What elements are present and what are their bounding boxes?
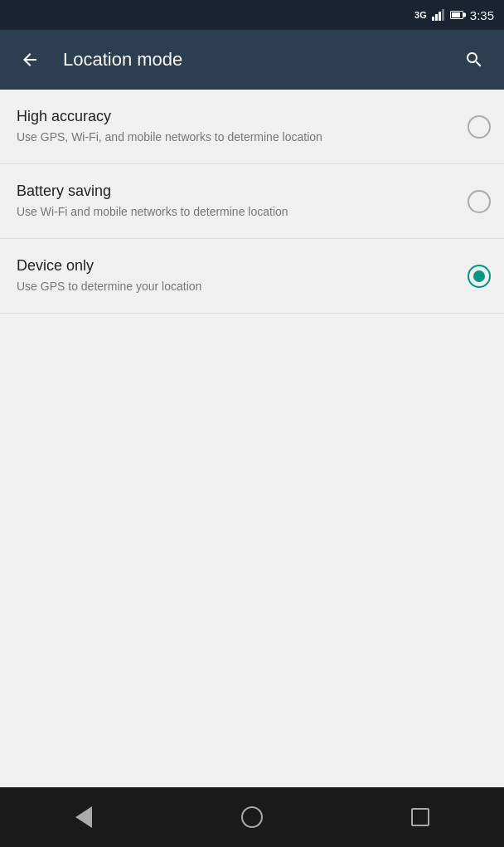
battery-icon xyxy=(450,11,463,19)
nav-recents-button[interactable] xyxy=(387,796,453,838)
battery-saving-title: Battery saving xyxy=(17,183,454,200)
status-bar-right: 3G 3:35 xyxy=(414,8,494,22)
status-time: 3:35 xyxy=(470,8,494,22)
svg-rect-0 xyxy=(432,17,434,21)
nav-home-icon xyxy=(241,806,263,828)
device-only-radio[interactable] xyxy=(468,265,491,288)
nav-recents-icon xyxy=(411,808,429,826)
signal-bars-icon xyxy=(432,9,447,21)
high-accuracy-radio[interactable] xyxy=(468,115,491,139)
search-button[interactable] xyxy=(458,43,491,76)
bottom-nav xyxy=(0,787,504,847)
high-accuracy-option[interactable]: High accuracy Use GPS, Wi-Fi, and mobile… xyxy=(0,90,504,164)
battery-saving-radio[interactable] xyxy=(468,190,491,213)
back-button[interactable] xyxy=(13,43,46,76)
battery-saving-option[interactable]: Battery saving Use Wi-Fi and mobile netw… xyxy=(0,164,504,239)
high-accuracy-subtitle: Use GPS, Wi-Fi, and mobile networks to d… xyxy=(17,129,454,146)
page-title: Location mode xyxy=(63,49,458,71)
high-accuracy-title: High accuracy xyxy=(17,108,454,125)
svg-rect-2 xyxy=(439,12,441,21)
app-bar: Location mode xyxy=(0,30,504,90)
svg-rect-3 xyxy=(442,9,444,21)
device-only-title: Device only xyxy=(17,257,454,275)
high-accuracy-text: High accuracy Use GPS, Wi-Fi, and mobile… xyxy=(17,108,468,146)
nav-home-button[interactable] xyxy=(219,796,285,838)
battery-saving-text: Battery saving Use Wi-Fi and mobile netw… xyxy=(17,183,468,221)
status-bar: 3G 3:35 xyxy=(0,0,504,30)
nav-back-button[interactable] xyxy=(51,796,117,838)
radio-selected-indicator xyxy=(473,270,485,282)
nav-back-icon xyxy=(75,806,92,828)
device-only-option[interactable]: Device only Use GPS to determine your lo… xyxy=(0,239,504,314)
svg-rect-1 xyxy=(435,14,438,21)
battery-saving-subtitle: Use Wi-Fi and mobile networks to determi… xyxy=(17,204,454,221)
device-only-subtitle: Use GPS to determine your location xyxy=(17,279,454,295)
signal-3g-icon: 3G xyxy=(414,10,427,20)
content-area: High accuracy Use GPS, Wi-Fi, and mobile… xyxy=(0,90,504,787)
device-only-text: Device only Use GPS to determine your lo… xyxy=(17,257,468,295)
